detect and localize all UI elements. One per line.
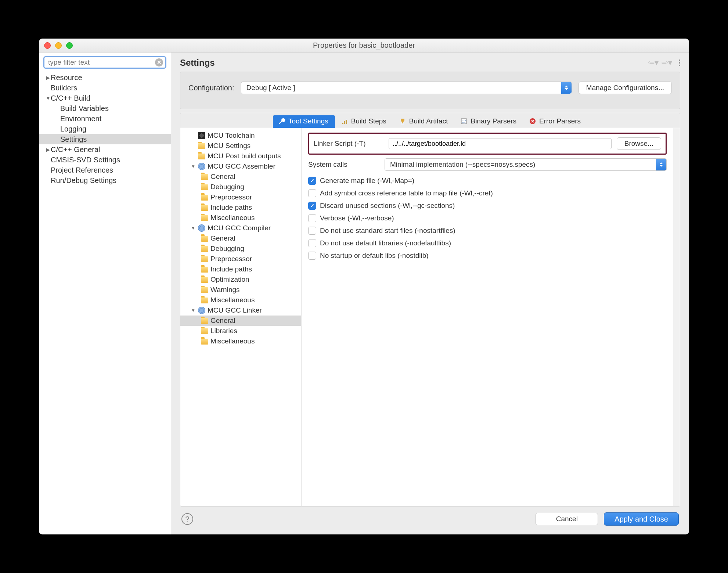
gear-icon [198, 224, 205, 232]
checkbox[interactable]: ✓ [308, 202, 316, 210]
clear-filter-icon[interactable]: ✕ [155, 58, 163, 66]
sidebar-item[interactable]: Project References [39, 165, 171, 175]
checkbox-label: Add symbol cross reference table to map … [320, 189, 493, 197]
checkbox[interactable]: ✓ [308, 177, 316, 185]
sidebar-item[interactable]: CMSIS-SVD Settings [39, 155, 171, 165]
cancel-button[interactable]: Cancel [536, 513, 598, 525]
expand-arrow-icon: ▼ [191, 308, 196, 313]
tool-tree-label: Debugging [210, 183, 244, 191]
tool-tree-label: MCU GCC Compiler [208, 224, 271, 232]
tool-tree-item[interactable]: MCU Settings [180, 141, 301, 151]
sidebar-item[interactable]: ▼C/C++ Build [39, 93, 171, 103]
configuration-label: Configuration: [188, 84, 234, 92]
browse-button[interactable]: Browse... [617, 137, 661, 150]
tab-build-artifact[interactable]: Build Artifact [394, 115, 455, 128]
tool-tree-label: General [210, 173, 235, 181]
tab-tool-settings[interactable]: Tool Settings [273, 115, 335, 128]
tool-tree-item[interactable]: General [180, 233, 301, 244]
tool-tree-item[interactable]: General [180, 172, 301, 182]
tool-tree-label: MCU Toolchain [208, 131, 255, 140]
tool-tree-label: MCU Post build outputs [208, 152, 281, 160]
tool-tree-label: Debugging [210, 245, 244, 253]
tool-tree-item[interactable]: Miscellaneous [180, 295, 301, 305]
nav-forward-icon[interactable]: ⇨▾ [662, 58, 672, 68]
sidebar-item[interactable]: ▶C/C++ General [39, 144, 171, 155]
folder-icon [201, 195, 208, 201]
tool-tree-item[interactable]: MCU Post build outputs [180, 151, 301, 161]
tool-tree-item[interactable]: MCU Toolchain [180, 130, 301, 141]
tool-tree-item[interactable]: Libraries [180, 326, 301, 336]
checkbox[interactable] [308, 227, 316, 235]
tool-tree-item[interactable]: Preprocessor [180, 192, 301, 202]
sidebar-item-label: C/C++ General [51, 145, 100, 154]
tab-error-parsers[interactable]: Error Parsers [524, 115, 587, 128]
configuration-select[interactable]: Debug [ Active ] [241, 82, 572, 94]
system-calls-select[interactable]: Minimal implementation (--specs=nosys.sp… [385, 158, 667, 171]
tool-tree-label: Optimization [210, 275, 249, 284]
tool-tree-item[interactable]: ▼MCU GCC Compiler [180, 223, 301, 233]
option-checkbox-row: ✓Generate map file (-Wl,-Map=) [308, 177, 667, 185]
settings-tabs: Tool SettingsBuild StepsBuild Artifact01… [180, 113, 680, 128]
properties-dialog: Properties for basic_bootloader ✕ ▶Resou… [39, 39, 689, 534]
sidebar-item[interactable]: Environment [39, 113, 171, 124]
checkbox[interactable] [308, 239, 316, 247]
tool-tree-item[interactable]: Include paths [180, 202, 301, 213]
folder-icon [201, 267, 208, 273]
view-menu-icon[interactable] [679, 60, 680, 66]
tool-tree-item[interactable]: Preprocessor [180, 254, 301, 264]
expand-arrow-icon: ▼ [46, 96, 51, 101]
tool-tree-item[interactable]: Miscellaneous [180, 213, 301, 223]
checkbox[interactable] [308, 189, 316, 197]
tool-tree-item[interactable]: Debugging [180, 182, 301, 192]
sidebar-item[interactable]: Build Variables [39, 103, 171, 113]
manage-configurations-button[interactable]: Manage Configurations... [579, 82, 672, 94]
expand-arrow-icon: ▼ [191, 226, 196, 231]
expand-arrow-icon: ▶ [46, 75, 51, 80]
chip-icon [198, 132, 205, 139]
system-calls-label: System calls [308, 161, 378, 169]
sidebar-item[interactable]: ▶Resource [39, 72, 171, 83]
folder-icon [198, 143, 205, 149]
tool-tree-item[interactable]: ▼MCU GCC Assembler [180, 161, 301, 172]
tool-tree-label: Miscellaneous [210, 337, 255, 345]
tool-tree-item[interactable]: Warnings [180, 285, 301, 295]
folder-icon [201, 298, 208, 303]
tab-label: Binary Parsers [471, 117, 516, 125]
sidebar-item[interactable]: Run/Debug Settings [39, 175, 171, 185]
tool-tree-item[interactable]: Optimization [180, 274, 301, 285]
filter-input[interactable] [48, 58, 155, 66]
tool-tree-item[interactable]: Include paths [180, 264, 301, 274]
sidebar-item-label: Build Variables [60, 104, 109, 113]
tool-tree-item[interactable]: General [180, 316, 301, 326]
tool-tree-label: Miscellaneous [210, 296, 255, 304]
tool-tree-item[interactable]: ▼MCU GCC Linker [180, 305, 301, 316]
apply-and-close-button[interactable]: Apply and Close [604, 512, 679, 526]
expand-arrow-icon: ▼ [191, 164, 196, 169]
sidebar-item[interactable]: Settings [39, 134, 171, 144]
nav-back-icon[interactable]: ⇦▾ [648, 58, 659, 68]
checkbox-label: Do not use standard start files (-nostar… [320, 227, 455, 235]
checkbox-label: Verbose (-Wl,--verbose) [320, 214, 394, 222]
sidebar-item[interactable]: Logging [39, 124, 171, 134]
sidebar-item-label: Logging [60, 125, 86, 133]
linker-general-form: Linker Script (-T) Browse... System call… [302, 128, 673, 506]
tool-tree-item[interactable]: Debugging [180, 244, 301, 254]
folder-icon [201, 174, 208, 180]
tab-binary-parsers[interactable]: 010101Binary Parsers [455, 115, 523, 128]
tool-tree-item[interactable]: Miscellaneous [180, 336, 301, 346]
checkbox[interactable] [308, 252, 316, 260]
tool-tree-label: General [210, 317, 235, 325]
window-title: Properties for basic_bootloader [39, 41, 689, 50]
gear-icon [198, 307, 205, 314]
sidebar-item-label: C/C++ Build [51, 94, 90, 102]
tab-label: Error Parsers [539, 117, 581, 125]
checkbox[interactable] [308, 214, 316, 222]
sidebar-item-label: Resource [51, 73, 82, 82]
vertical-scrollbar[interactable] [673, 128, 680, 506]
linker-script-input[interactable] [389, 138, 612, 149]
linker-script-row: Linker Script (-T) Browse... [308, 133, 667, 155]
sidebar-item[interactable]: Builders [39, 83, 171, 93]
tab-build-steps[interactable]: Build Steps [336, 115, 393, 128]
help-icon[interactable]: ? [181, 513, 193, 525]
gear-icon [198, 163, 205, 170]
